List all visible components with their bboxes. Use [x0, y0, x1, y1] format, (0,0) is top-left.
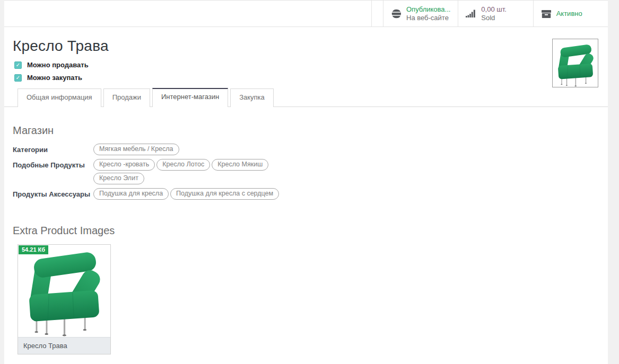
- extra-image-caption: Кресло Трава: [18, 337, 110, 354]
- tab-ecommerce[interactable]: Интернет-магазин: [152, 88, 228, 107]
- image-size-badge: 54.21 Кб: [19, 245, 48, 254]
- website-status-value: Опубликова...: [406, 5, 450, 14]
- accessory-products-field-row: Продукты Аксессуары Подушка для кресла П…: [13, 188, 599, 200]
- extra-product-image[interactable]: [18, 245, 110, 337]
- can-sell-row: ✓ Можно продавать: [14, 61, 599, 69]
- website-status-label: На веб-сайте: [406, 14, 450, 22]
- shop-section-heading: Магазин: [13, 125, 599, 137]
- tab-purchase[interactable]: Закупка: [230, 88, 274, 107]
- category-tag[interactable]: Мягкая мебель / Кресла: [93, 144, 179, 155]
- similar-products-field-row: Подобные Продукты Кресло -кровать Кресло…: [13, 159, 599, 184]
- product-image-chair: [554, 40, 597, 87]
- can-purchase-label: Можно закупать: [27, 74, 82, 82]
- tab-general-information[interactable]: Общая информация: [18, 88, 101, 107]
- can-purchase-row: ✓ Можно закупать: [14, 74, 599, 82]
- accessory-products-field-label: Продукты Аксессуары: [13, 188, 93, 199]
- similar-product-tag[interactable]: Кресло Элит: [93, 173, 144, 184]
- stat-button-bar: Опубликова... На веб-сайте 0,00 шт. Sold: [4, 0, 608, 27]
- accessory-products-tag-list: Подушка для кресла Подушка для кресла с …: [93, 188, 279, 200]
- can-sell-label: Можно продавать: [27, 61, 89, 69]
- extra-images-heading: Extra Product Images: [13, 225, 599, 237]
- similar-product-tag[interactable]: Кресло Мякиш: [212, 159, 268, 171]
- stat-spacer: [371, 1, 383, 26]
- active-status-value: Активно: [556, 10, 582, 18]
- similar-products-tag-list: Кресло -кровать Кресло Лотос Кресло Мяки…: [93, 159, 295, 184]
- notebook-tabs: Общая информация Продажи Интернет-магази…: [4, 88, 608, 107]
- stat-button-group: Опубликова... На веб-сайте 0,00 шт. Sold: [371, 1, 608, 26]
- shop-section: Магазин Категории Мягкая мебель / Кресла…: [4, 125, 608, 200]
- categories-field-row: Категории Мягкая мебель / Кресла: [13, 144, 599, 155]
- accessory-product-tag[interactable]: Подушка для кресла с сердцем: [170, 188, 279, 200]
- similar-products-field-label: Подобные Продукты: [13, 159, 93, 170]
- can-sell-checkbox[interactable]: ✓: [14, 61, 22, 69]
- categories-field-label: Категории: [13, 144, 93, 155]
- similar-product-tag[interactable]: Кресло Лотос: [156, 159, 210, 171]
- tab-sales[interactable]: Продажи: [103, 88, 150, 107]
- sold-qty-label: Sold: [481, 14, 506, 22]
- bar-chart-icon: [466, 8, 476, 19]
- page-title: Кресло Трава: [13, 38, 599, 55]
- extra-images-section: Extra Product Images 54.21 Кб Кресло Тра…: [4, 225, 608, 354]
- stat-button-sold[interactable]: 0,00 шт. Sold: [458, 1, 533, 26]
- accessory-product-tag[interactable]: Подушка для кресла: [93, 188, 169, 200]
- similar-product-tag[interactable]: Кресло -кровать: [93, 159, 155, 171]
- stat-button-website[interactable]: Опубликова... На веб-сайте: [383, 1, 458, 26]
- form-sheet: Опубликова... На веб-сайте 0,00 шт. Sold: [4, 0, 608, 364]
- product-image-chair: [22, 245, 107, 337]
- extra-image-card: 54.21 Кб Кресло Трава: [18, 244, 111, 354]
- product-thumbnail[interactable]: [552, 39, 598, 87]
- sold-qty-value: 0,00 шт.: [481, 5, 506, 14]
- can-purchase-checkbox[interactable]: ✓: [14, 74, 22, 82]
- stat-button-active[interactable]: Активно: [533, 1, 608, 26]
- globe-icon: [391, 8, 402, 19]
- archive-icon: [541, 8, 552, 19]
- categories-tag-list: Мягкая мебель / Кресла: [93, 144, 179, 155]
